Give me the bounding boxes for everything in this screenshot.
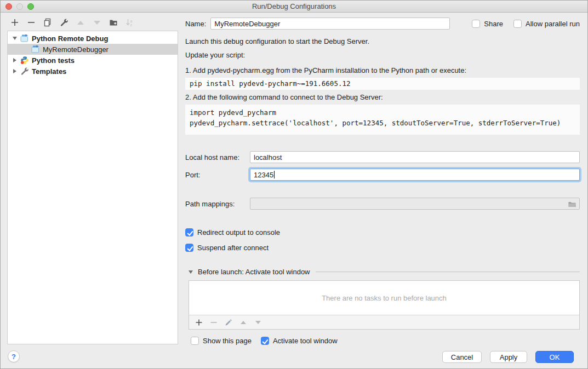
pip-install-code: pip install pydevd-pycharm~=191.6605.12: [185, 78, 580, 90]
cancel-button[interactable]: Cancel: [442, 351, 482, 363]
titlebar: Run/Debug Configurations: [1, 1, 587, 13]
remove-icon[interactable]: [27, 18, 36, 27]
step-1-instruction: 1. Add pydevd-pycharm.egg from the PyCha…: [185, 66, 580, 74]
suspend-after-connect-label: Suspend after connect: [197, 244, 269, 252]
code-line-2: pydevd_pycharm.settrace('localhost', por…: [190, 119, 561, 127]
name-label: Name:: [185, 20, 206, 28]
redirect-output-label: Redirect output to console: [197, 228, 280, 237]
checkbox-unchecked-icon: [513, 20, 522, 28]
before-launch-title: Before launch: Activate tool window: [198, 268, 310, 276]
move-down-icon: [93, 18, 101, 27]
activate-tool-window-checkbox[interactable]: Activate tool window: [261, 337, 338, 345]
allow-parallel-run-label: Allow parallel run: [526, 20, 580, 28]
move-task-down-icon: [254, 318, 262, 327]
run-debug-configurations-dialog: Run/Debug Configurations az: [0, 0, 588, 369]
move-up-icon: [76, 18, 85, 27]
show-this-page-checkbox[interactable]: Show this page: [191, 337, 252, 345]
copy-icon[interactable]: [43, 18, 52, 27]
add-task-icon[interactable]: [195, 318, 203, 327]
close-window-button[interactable]: [5, 3, 12, 10]
name-row: Name: Share Allow parallel run: [185, 17, 580, 30]
tree-item-label: Templates: [32, 67, 66, 76]
collapse-arrow-icon[interactable]: [12, 69, 18, 73]
share-checkbox[interactable]: Share: [472, 20, 503, 28]
checkbox-unchecked-icon: [472, 20, 480, 28]
redirect-output-checkbox[interactable]: Redirect output to console: [185, 228, 580, 237]
local-host-name-label: Local host name:: [185, 153, 250, 162]
port-input[interactable]: 12345: [250, 169, 580, 181]
new-folder-icon[interactable]: [109, 18, 118, 27]
port-label: Port:: [185, 171, 250, 179]
svg-text:z: z: [130, 23, 133, 27]
checkbox-checked-icon: [261, 337, 269, 345]
text-caret: [274, 171, 275, 178]
before-launch-section-header[interactable]: Before launch: Activate tool window: [189, 268, 580, 276]
browse-folder-icon[interactable]: [568, 200, 576, 209]
move-task-up-icon: [239, 318, 248, 327]
tree-item-label: Python tests: [32, 56, 75, 65]
configuration-editor: Name: Share Allow parallel run Launch th…: [185, 17, 580, 345]
remote-debug-icon: [20, 34, 29, 43]
collapse-arrow-icon[interactable]: [12, 58, 18, 62]
wrench-icon: [20, 67, 29, 76]
collapse-section-arrow-icon[interactable]: [189, 270, 193, 274]
port-value: 12345: [254, 171, 273, 179]
tasks-toolbar: [189, 315, 579, 329]
tree-item-label: Python Remote Debug: [32, 34, 108, 43]
python-icon: [20, 56, 29, 65]
window-title: Run/Debug Configurations: [1, 2, 587, 10]
tree-item-myremotedebugger[interactable]: MyRemoteDebugger: [8, 44, 178, 55]
minimize-window-button: [16, 3, 23, 10]
remove-task-icon: [209, 318, 218, 327]
edit-defaults-wrench-icon[interactable]: [60, 18, 68, 27]
remote-debug-icon: [31, 45, 40, 54]
empty-tasks-message: There are no tasks to run before launch: [189, 281, 579, 315]
svg-text:a: a: [130, 19, 133, 23]
section-divider: [316, 272, 580, 272]
dialog-buttons: Cancel Apply OK: [442, 351, 574, 363]
checkbox-checked-icon: [185, 244, 193, 252]
expand-arrow-icon[interactable]: [12, 37, 18, 40]
sort-alphabetically-icon: az: [125, 18, 134, 27]
share-label: Share: [484, 20, 503, 28]
apply-button[interactable]: Apply: [490, 351, 527, 363]
show-this-page-label: Show this page: [203, 337, 252, 345]
activate-tool-window-label: Activate tool window: [273, 337, 338, 345]
path-mappings-input[interactable]: [250, 198, 580, 210]
tree-item-templates[interactable]: Templates: [8, 66, 178, 77]
checkbox-unchecked-icon: [191, 337, 199, 345]
window-controls: [5, 3, 34, 10]
path-mappings-label: Path mappings:: [185, 200, 250, 208]
code-line-1: import pydevd_pycharm: [190, 108, 276, 117]
zoom-window-button[interactable]: [27, 3, 34, 10]
local-host-name-input[interactable]: [250, 151, 580, 163]
checkbox-checked-icon: [185, 228, 193, 237]
description-line-2: Update your script:: [185, 51, 580, 59]
settrace-code-block: import pydevd_pycharm pydevd_pycharm.set…: [185, 105, 580, 135]
path-mappings-row: Path mappings:: [185, 198, 580, 210]
name-input[interactable]: [210, 18, 450, 30]
help-button[interactable]: ?: [8, 350, 20, 362]
bottom-options-row: Show this page Activate tool window: [191, 337, 580, 345]
tree-item-python-remote-debug[interactable]: Python Remote Debug: [8, 33, 178, 44]
edit-task-pencil-icon: [224, 318, 233, 327]
configurations-tree: Python Remote Debug MyRemoteDebugger Pyt…: [7, 31, 178, 344]
tree-item-python-tests[interactable]: Python tests: [8, 55, 178, 66]
local-host-name-row: Local host name:: [185, 151, 580, 163]
ok-button[interactable]: OK: [535, 351, 574, 363]
suspend-after-connect-checkbox[interactable]: Suspend after connect: [185, 244, 580, 252]
description-line-1: Launch this debug configuration to start…: [185, 37, 580, 45]
step-2-instruction: 2. Add the following command to connect …: [185, 93, 580, 101]
allow-parallel-run-checkbox[interactable]: Allow parallel run: [513, 20, 580, 28]
add-icon[interactable]: [10, 18, 19, 27]
port-row: Port: 12345: [185, 169, 580, 181]
tree-item-label: MyRemoteDebugger: [43, 45, 109, 54]
before-launch-tasks-panel: There are no tasks to run before launch: [189, 280, 580, 330]
configurations-toolbar: az: [10, 18, 134, 27]
